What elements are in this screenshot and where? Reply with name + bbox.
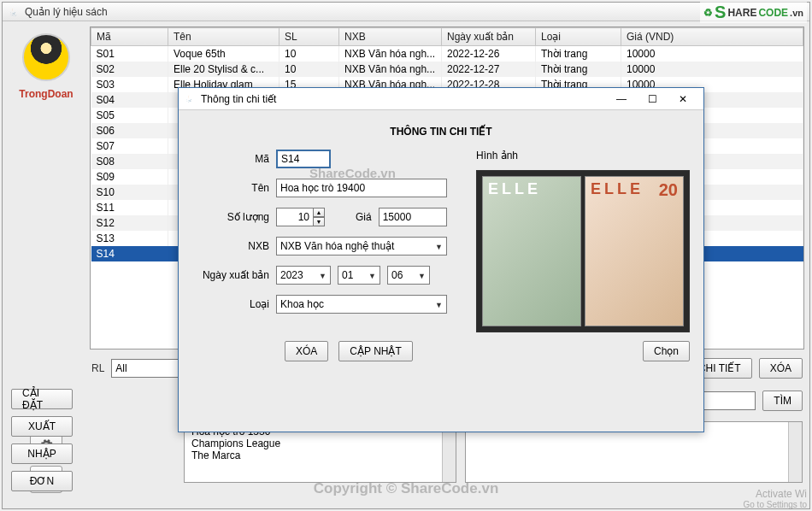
watermark-center: ShareCode.vn [309,166,396,180]
main-titlebar: Quản lý hiệu sách [3,3,809,21]
gia-input[interactable] [379,208,447,226]
caidat-button[interactable]: CẢI ĐẶT [11,389,73,409]
dialog-chon-button[interactable]: Chọn [643,341,690,361]
chevron-down-icon [435,240,443,252]
maximize-button[interactable]: ☐ [637,89,668,109]
watermark-logo: ♻ SHARECODE.vn [700,2,807,23]
column-header[interactable]: Mã [91,28,168,46]
chevron-down-icon [418,269,426,281]
recycle-icon: ♻ [703,7,713,19]
rl-label: RL [91,362,104,374]
detail-dialog: Thông tin chi tiết — ☐ ✕ THÔNG TIN CHI T… [178,87,704,432]
java-icon [184,93,196,105]
nhap-button[interactable]: NHẬP [11,443,73,464]
magazine-cover-2: ELLE 20 [585,176,684,326]
dialog-capnhat-button[interactable]: CẬP NHẬT [338,341,412,361]
nxb-combo[interactable]: NXB Văn hóa nghệ thuật [276,237,447,256]
scrollbar[interactable] [788,422,802,482]
gia-label: Giá [356,211,372,223]
ten-input[interactable] [276,179,447,197]
spin-up-icon[interactable]: ▲ [313,208,325,217]
ten-label: Tên [192,182,269,194]
avatar [22,33,70,81]
sl-label: Số lượng [192,211,269,223]
ma-label: Mã [192,153,269,165]
spin-down-icon[interactable]: ▼ [313,217,325,226]
column-header[interactable]: Tên [168,28,279,46]
chevron-down-icon [368,269,376,281]
sl-spinner[interactable]: ▲▼ [276,208,325,226]
day-combo[interactable]: 06 [387,266,430,285]
loai-combo[interactable]: Khoa học [276,295,447,314]
minimize-button[interactable]: — [606,89,637,109]
hinh-label: Hình ảnh [476,150,690,162]
year-combo[interactable]: 2023 [276,266,331,285]
sidebar: TrongDoan CẢI ĐẶT XUẤT NHẬP ĐƠN [8,26,85,503]
main-title: Quản lý hiệu sách [25,6,108,18]
close-button[interactable]: ✕ [668,89,698,109]
dialog-title: THÔNG TIN CHI TIẾT [192,119,690,150]
xoa-button[interactable]: XÓA [759,358,803,379]
dialog-window-title: Thông tin chi tiết [201,93,276,105]
dialog-titlebar: Thông tin chi tiết — ☐ ✕ [179,88,703,110]
java-icon [8,6,20,18]
magazine-cover-1: ELLE [482,176,581,326]
watermark-bottom: Copyright © ShareCode.vn [0,480,812,497]
nxb-label: NXB [192,240,269,252]
ngay-label: Ngày xuất bản [192,269,269,281]
xuat-button[interactable]: XUẤT [11,416,73,437]
column-header[interactable]: NXB [339,28,442,46]
dialog-xoa-button[interactable]: XÓA [285,341,328,361]
table-row[interactable]: S02Elle 20 Stylisd & c...10NXB Văn hóa n… [91,62,803,77]
tim-button[interactable]: TÌM [762,391,803,411]
column-header[interactable]: Ngày xuất bản [442,28,536,46]
month-combo[interactable]: 01 [338,266,380,285]
column-header[interactable]: Loại [536,28,621,46]
column-header[interactable]: SL [279,28,339,46]
username: TrongDoan [19,88,73,100]
chevron-down-icon [435,298,443,310]
column-header[interactable]: Giá (VND) [621,28,803,46]
loai-label: Loại [192,298,269,310]
image-preview: ELLE ELLE 20 [476,170,690,332]
chevron-down-icon [319,269,327,281]
table-row[interactable]: S01Voque 65th10NXB Văn hóa ngh...2022-12… [91,46,803,62]
